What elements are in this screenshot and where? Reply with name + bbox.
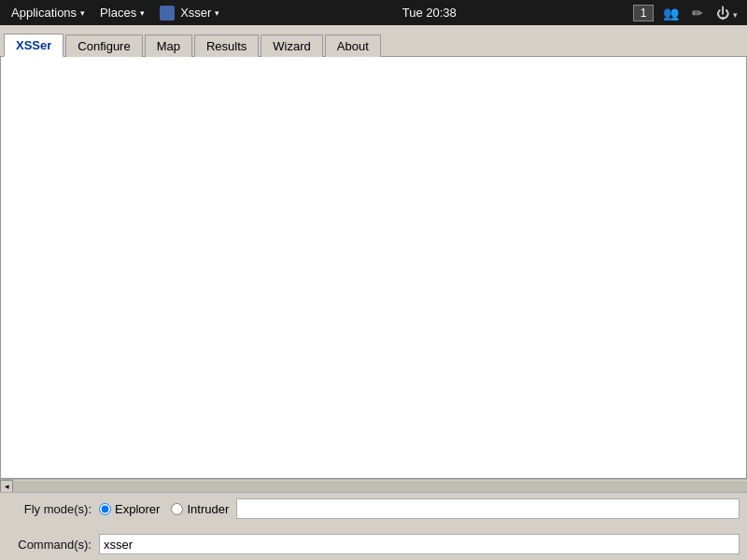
fly-mode-input[interactable] <box>236 498 740 519</box>
commands-label: Command(s): <box>7 538 92 552</box>
app-chevron-icon: ▾ <box>215 8 219 18</box>
workspace-button[interactable]: 1 <box>633 5 654 21</box>
scroll-track[interactable] <box>13 481 747 492</box>
tab-map[interactable]: Map <box>145 35 192 57</box>
places-chevron-icon: ▾ <box>140 8 145 18</box>
power-chevron-icon: ▾ <box>733 10 738 20</box>
tab-about[interactable]: About <box>325 35 381 57</box>
pencil-icon: ✏ <box>692 6 703 21</box>
horizontal-scrollbar: ◂ <box>0 479 747 492</box>
taskbar: Applications ▾ Places ▾ Xsser ▾ Tue 20:3… <box>0 0 747 25</box>
explorer-radio[interactable] <box>99 503 111 515</box>
intruder-radio[interactable] <box>171 503 183 515</box>
scroll-left-arrow[interactable]: ◂ <box>0 480 13 493</box>
app-window-button[interactable]: Xsser ▾ <box>154 4 225 22</box>
tab-configure[interactable]: Configure <box>65 35 142 57</box>
fly-mode-row: Fly mode(s): Explorer Intruder <box>7 498 740 519</box>
content-area <box>0 57 747 479</box>
applications-menu[interactable]: Applications ▾ <box>6 4 91 21</box>
taskbar-right: 1 👥 ✏ ⏻ ▾ <box>633 4 741 22</box>
xsser-icon <box>160 6 175 21</box>
people-icon: 👥 <box>663 6 679 21</box>
applications-chevron-icon: ▾ <box>80 8 85 18</box>
app-title: Xsser <box>180 6 211 20</box>
bottom-panel: Fly mode(s): Explorer Intruder Command(s… <box>0 492 747 560</box>
fly-mode-label: Fly mode(s): <box>7 502 92 516</box>
power-icon-button[interactable]: ⏻ ▾ <box>712 4 741 22</box>
tab-bar: XSSer Configure Map Results Wizard About <box>0 25 747 57</box>
clock: Tue 20:38 <box>229 6 629 20</box>
command-row: Command(s): <box>7 534 740 554</box>
tab-results[interactable]: Results <box>194 35 259 57</box>
command-input[interactable] <box>99 534 740 554</box>
intruder-option[interactable]: Intruder <box>171 502 229 516</box>
separator <box>7 525 740 528</box>
people-icon-button[interactable]: 👥 <box>659 4 683 22</box>
explorer-option[interactable]: Explorer <box>99 502 160 516</box>
tab-wizard[interactable]: Wizard <box>261 35 322 57</box>
pencil-icon-button[interactable]: ✏ <box>688 4 707 22</box>
fly-mode-radio-group: Explorer Intruder <box>99 502 229 516</box>
main-window: XSSer Configure Map Results Wizard About… <box>0 25 747 560</box>
tab-xsser[interactable]: XSSer <box>4 34 63 57</box>
places-menu[interactable]: Places ▾ <box>94 4 150 21</box>
explorer-label: Explorer <box>115 502 160 516</box>
power-icon: ⏻ <box>716 6 729 21</box>
applications-label: Applications <box>11 6 77 20</box>
intruder-label: Intruder <box>187 502 229 516</box>
places-label: Places <box>100 6 136 20</box>
